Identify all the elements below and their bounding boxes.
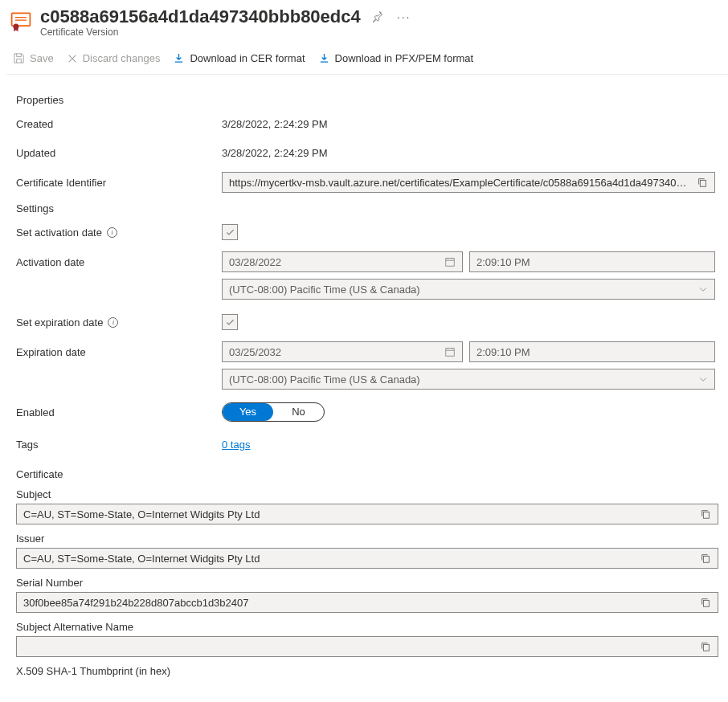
identifier-field: https://mycertkv-msb.vault.azure.net/cer… [222,172,715,193]
copy-identifier-button[interactable] [692,175,710,190]
info-icon[interactable]: i [107,227,117,238]
expiration-tz-select[interactable]: (UTC-08:00) Pacific Time (US & Canada) [222,369,715,390]
expiration-time-input[interactable]: 2:09:10 PM [469,341,715,362]
save-button: Save [13,51,54,66]
download-pfx-button[interactable]: Download in PFX/PEM format [318,51,474,66]
settings-heading: Settings [16,202,718,214]
set-activation-label: Set activation date [16,227,102,239]
chevron-down-icon [698,374,708,384]
page-title: c0588a69156a4d1da497340bbb80edc4 [40,6,361,27]
activation-time-input[interactable]: 2:09:10 PM [469,251,715,272]
copy-icon [700,597,711,608]
x-icon [67,53,78,64]
command-bar: Save Discard changes Download in CER for… [6,43,728,75]
pin-icon [372,11,384,23]
subject-label: Subject [16,488,718,500]
expiration-date-label: Expiration date [16,341,222,358]
copy-serial-button[interactable] [695,595,713,610]
serial-field: 30f0bee85a74f291b24b228d807abccb1d3b2407 [16,592,718,613]
discard-button: Discard changes [67,51,161,66]
issuer-field: C=AU, ST=Some-State, O=Internet Widgits … [16,548,718,569]
checkmark-icon [225,227,235,238]
enabled-toggle[interactable]: Yes No [222,402,325,422]
copy-san-button[interactable] [695,639,713,654]
activation-tz-select[interactable]: (UTC-08:00) Pacific Time (US & Canada) [222,279,715,300]
svg-rect-9 [446,349,455,357]
certificate-heading: Certificate [16,468,718,480]
subject-value: C=AU, ST=Some-State, O=Internet Widgits … [23,508,695,520]
subject-field: C=AU, ST=Some-State, O=Internet Widgits … [16,504,718,524]
activation-date-input[interactable]: 03/28/2022 [222,251,463,272]
updated-value: 3/28/2022, 2:24:29 PM [222,147,718,159]
download-icon [173,52,185,64]
pin-button[interactable] [370,10,386,25]
copy-icon [700,508,711,520]
properties-heading: Properties [16,94,718,106]
svg-rect-14 [703,556,709,562]
san-label: Subject Alternative Name [16,621,718,633]
info-icon[interactable]: i [108,317,118,328]
calendar-icon [444,346,456,357]
set-expiration-checkbox[interactable] [222,314,238,330]
tags-label: Tags [16,439,222,451]
issuer-label: Issuer [16,533,718,545]
svg-rect-5 [446,259,455,267]
serial-label: Serial Number [16,577,718,589]
svg-rect-15 [703,600,709,606]
copy-icon [700,641,711,652]
san-field [16,636,718,657]
svg-rect-13 [703,512,709,518]
download-cer-button[interactable]: Download in CER format [173,51,305,66]
copy-issuer-button[interactable] [695,551,713,565]
expiration-date-input[interactable]: 03/25/2032 [222,341,463,362]
serial-value: 30f0bee85a74f291b24b228d807abccb1d3b2407 [23,597,695,609]
issuer-value: C=AU, ST=Some-State, O=Internet Widgits … [23,553,695,565]
page-header: c0588a69156a4d1da497340bbb80edc4 ··· Cer… [6,6,728,43]
page-subtitle: Certificate Version [40,27,728,38]
identifier-value: https://mycertkv-msb.vault.azure.net/cer… [229,177,692,189]
set-expiration-label: Set expiration date [16,316,103,329]
enabled-yes[interactable]: Yes [223,403,273,421]
more-button[interactable]: ··· [395,9,413,25]
svg-rect-16 [703,644,709,651]
checkmark-icon [225,317,235,328]
created-label: Created [16,118,222,130]
copy-icon [697,177,708,188]
chevron-down-icon [698,284,708,294]
save-icon [13,52,25,64]
enabled-label: Enabled [16,406,222,418]
updated-label: Updated [16,147,222,159]
set-activation-checkbox[interactable] [222,224,238,240]
certificate-icon [10,10,32,32]
sha1-label: X.509 SHA-1 Thumbprint (in hex) [16,665,718,677]
copy-icon [700,553,711,564]
more-icon: ··· [397,10,411,23]
svg-rect-0 [12,13,31,26]
created-value: 3/28/2022, 2:24:29 PM [222,118,718,130]
svg-rect-4 [700,180,706,186]
copy-subject-button[interactable] [695,507,713,521]
tags-link[interactable]: 0 tags [222,439,250,451]
enabled-no[interactable]: No [273,403,324,421]
identifier-label: Certificate Identifier [16,177,222,189]
calendar-icon [444,256,456,267]
download-icon [318,52,330,64]
activation-date-label: Activation date [16,251,222,268]
